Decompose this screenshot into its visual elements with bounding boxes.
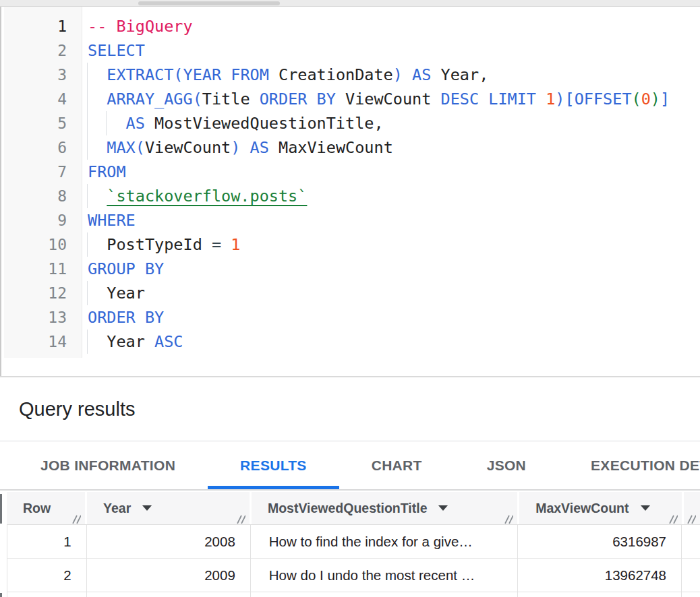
code-text: ARRAY_AGG(Title ORDER BY ViewCount DESC … — [88, 90, 670, 108]
table-body: 12008How to find the index for a give…63… — [0, 525, 700, 597]
tab-json[interactable]: JSON — [455, 441, 558, 489]
header-cell-year[interactable]: Year — [87, 492, 252, 524]
cell-maxviewcount: 13962748 — [518, 559, 682, 592]
line-number: 6 — [1, 135, 67, 160]
tab-label: CHART — [372, 458, 422, 474]
tab-results[interactable]: RESULTS — [208, 441, 339, 489]
cell-mostviewedquestiontitle: How to find the index for a give… — [251, 525, 518, 558]
cell-spacer — [682, 592, 700, 597]
horizontal-scrollbar-thumb[interactable] — [138, 1, 280, 5]
code-line[interactable]: 12 Year — [1, 281, 700, 305]
code-line[interactable]: 14 Year ASC — [1, 329, 700, 354]
cell-row — [7, 592, 87, 597]
code-text: EXTRACT(YEAR FROM CreationDate) AS Year, — [88, 65, 488, 84]
table-row[interactable]: 12008How to find the index for a give…63… — [7, 525, 700, 559]
header-cell-mostviewedquestiontitle[interactable]: MostViewedQuestionTitle — [252, 492, 519, 524]
results-tabbar: JOB INFORMATIONRESULTSCHARTJSONEXECUTION… — [0, 441, 700, 491]
line-number: 11 — [1, 257, 67, 281]
code-line[interactable]: 13ORDER BY — [1, 305, 700, 329]
code-line[interactable]: 8 `stackoverflow.posts` — [1, 184, 700, 208]
cell-year — [87, 592, 251, 597]
column-dropdown-icon[interactable] — [142, 505, 152, 511]
code-text: SELECT — [88, 41, 145, 60]
bigquery-query-page: 1-- BigQuery2SELECT3 EXTRACT(YEAR FROM C… — [0, 0, 700, 597]
column-resize-handle-icon[interactable] — [686, 512, 696, 522]
column-label: MaxViewCount — [535, 501, 629, 516]
table-header-row: RowYearMostViewedQuestionTitleMaxViewCou… — [7, 492, 700, 525]
page-title: Query results — [19, 398, 135, 420]
code-line[interactable]: 9WHERE — [1, 208, 700, 232]
line-number: 13 — [1, 305, 67, 329]
line-number: 1 — [1, 14, 67, 38]
horizontal-scrollbar[interactable] — [0, 0, 700, 7]
line-number: 12 — [1, 281, 67, 305]
code-line[interactable]: 5 AS MostViewedQuestionTitle, — [1, 111, 700, 135]
column-label: Year — [103, 501, 131, 516]
code-line[interactable]: 10 PostTypeId = 1 — [1, 232, 700, 257]
column-resize-handle-icon[interactable] — [503, 512, 513, 522]
table-row[interactable]: 22009How do I undo the most recent …1396… — [7, 559, 700, 592]
code-line[interactable]: 2SELECT — [1, 38, 700, 63]
cell-year: 2009 — [87, 559, 251, 592]
cell-mostviewedquestiontitle: How do I undo the most recent … — [251, 559, 518, 592]
code-line[interactable]: 4 ARRAY_AGG(Title ORDER BY ViewCount DES… — [1, 87, 700, 111]
line-number: 10 — [1, 232, 67, 257]
cell-year: 2008 — [87, 525, 251, 558]
line-number: 3 — [1, 63, 67, 87]
code-text: GROUP BY — [88, 259, 164, 278]
line-number: 7 — [1, 160, 67, 184]
column-label: MostViewedQuestionTitle — [268, 501, 428, 516]
indent-guide — [106, 111, 107, 135]
tab-label: JOB INFORMATION — [40, 458, 175, 474]
code-text: Year ASC — [88, 332, 183, 351]
code-line[interactable]: 1-- BigQuery — [1, 14, 700, 38]
tab-execution-details[interactable]: EXECUTION DETAILS — [558, 441, 700, 489]
code-text: MAX(ViewCount) AS MaxViewCount — [88, 138, 393, 157]
tab-label: EXECUTION DETAILS — [591, 458, 700, 474]
tab-label: JSON — [487, 458, 526, 474]
line-number: 14 — [1, 329, 67, 354]
indent-guide — [87, 63, 88, 87]
results-table: RowYearMostViewedQuestionTitleMaxViewCou… — [0, 492, 700, 597]
column-resize-handle-icon[interactable] — [235, 512, 245, 522]
code-lines: 1-- BigQuery2SELECT3 EXTRACT(YEAR FROM C… — [1, 14, 700, 354]
query-results-header: Query results — [0, 376, 700, 441]
indent-guide — [87, 87, 88, 111]
code-text: WHERE — [88, 211, 136, 230]
tab-job-information[interactable]: JOB INFORMATION — [8, 441, 208, 489]
sql-editor[interactable]: 1-- BigQuery2SELECT3 EXTRACT(YEAR FROM C… — [0, 7, 700, 376]
column-dropdown-icon[interactable] — [438, 505, 448, 511]
code-text: FROM — [88, 162, 126, 181]
table-row[interactable] — [7, 592, 700, 597]
code-line[interactable]: 6 MAX(ViewCount) AS MaxViewCount — [1, 135, 700, 160]
code-text: Year — [88, 284, 145, 303]
vertical-scrollbar-thumb[interactable] — [0, 593, 2, 597]
indent-guide — [87, 329, 88, 354]
code-line[interactable]: 3 EXTRACT(YEAR FROM CreationDate) AS Yea… — [1, 63, 700, 87]
cell-spacer — [682, 525, 700, 558]
line-number: 4 — [1, 87, 67, 111]
header-cell-row[interactable]: Row — [7, 492, 87, 524]
cell-maxviewcount — [518, 592, 682, 597]
code-line[interactable]: 11GROUP BY — [1, 257, 700, 281]
cell-mostviewedquestiontitle — [251, 592, 518, 597]
line-number: 9 — [1, 208, 67, 232]
indent-guide — [87, 135, 88, 160]
vertical-scrollbar-thumb[interactable] — [0, 494, 2, 524]
code-text: PostTypeId = 1 — [88, 235, 240, 254]
line-number: 2 — [1, 38, 67, 63]
code-line[interactable]: 7FROM — [1, 160, 700, 184]
indent-guide — [87, 184, 88, 208]
tab-chart[interactable]: CHART — [339, 441, 455, 489]
code-text: -- BigQuery — [88, 17, 193, 36]
code-text: AS MostViewedQuestionTitle, — [88, 114, 384, 133]
column-resize-handle-icon[interactable] — [668, 512, 678, 522]
header-cell-maxviewcount[interactable]: MaxViewCount — [519, 492, 684, 524]
cell-spacer — [682, 559, 700, 592]
column-resize-handle-icon[interactable] — [71, 512, 81, 522]
line-number: 8 — [1, 184, 67, 208]
header-cell-spacer[interactable] — [684, 492, 700, 524]
column-dropdown-icon[interactable] — [641, 505, 650, 511]
indent-guide — [87, 111, 88, 135]
cell-row: 1 — [7, 525, 87, 558]
